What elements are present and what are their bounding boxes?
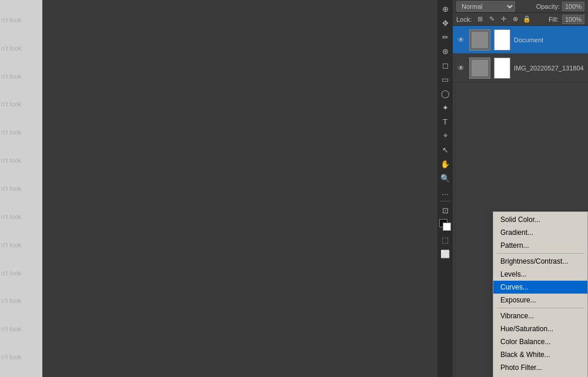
watermark-9: n't look (1, 241, 41, 248)
brush-icon[interactable]: ✏ (439, 31, 452, 43)
watermark-2: n't look (1, 45, 41, 52)
layer-thumb-document (469, 29, 490, 51)
layer-thumb-img (469, 58, 490, 79)
lock-image-icon[interactable]: ✎ (487, 15, 496, 24)
hue-saturation-item[interactable]: Hue/Saturation... (493, 322, 587, 335)
lock-all-icon[interactable]: 🔒 (522, 15, 532, 24)
more-icon[interactable]: … (439, 186, 452, 198)
blend-mode-select[interactable]: Normal (456, 1, 515, 12)
opacity-input[interactable] (562, 2, 584, 11)
watermark-3: n't look (1, 73, 41, 80)
layer-mask-document (494, 29, 510, 51)
photo-filter-item[interactable]: Photo Filter... (493, 361, 587, 374)
watermark-13: n't look (1, 354, 41, 361)
layer-eye-document[interactable]: 👁 (456, 35, 466, 45)
watermark-8: n't look (1, 213, 41, 220)
layer-name-document: Document (514, 36, 543, 43)
hand-icon[interactable]: ✋ (439, 157, 452, 170)
clone-stamp-icon[interactable]: ⊛ (439, 45, 452, 58)
pattern-item[interactable]: Pattern... (493, 239, 587, 252)
stamp-icon[interactable]: ✦ (439, 101, 452, 114)
vibrance-item[interactable]: Vibrance... (493, 309, 587, 322)
move-icon[interactable]: ✥ (439, 16, 452, 29)
color-balance-item[interactable]: Color Balance... (493, 335, 587, 348)
layer-mask-img (494, 58, 510, 79)
canvas-area (42, 0, 437, 377)
lasso-icon[interactable]: ◯ (439, 87, 452, 100)
background-color[interactable] (443, 223, 451, 231)
layer-item-document[interactable]: 👁 Document (453, 26, 588, 54)
target-icon[interactable]: ⊕ (439, 2, 452, 15)
lock-icons: ⊞ ✎ ✛ ⊕ 🔒 (475, 15, 532, 24)
path-icon[interactable]: ⌖ (439, 129, 452, 142)
gradient-item[interactable]: Gradient... (493, 226, 587, 239)
frame-icon[interactable]: ⬚ (439, 233, 452, 246)
watermark-6: n't look (1, 157, 41, 164)
layer-thumb-inner-document (472, 32, 488, 48)
artboard-icon[interactable]: ⬜ (439, 247, 452, 260)
rectangle-select-icon[interactable]: ▭ (439, 73, 452, 86)
lock-label: Lock: (456, 16, 472, 23)
watermark-7: n't look (1, 185, 41, 192)
eraser-icon[interactable]: ◻ (439, 59, 452, 72)
layer-item-img[interactable]: 👁 IMG_20220527_131804 (453, 54, 588, 82)
watermark-5: n't look (1, 129, 41, 136)
brightness-contrast-item[interactable]: Brightness/Contrast... (493, 255, 587, 268)
exposure-item[interactable]: Exposure... (493, 294, 587, 307)
levels-item[interactable]: Levels... (493, 268, 587, 281)
menu-separator-1 (497, 253, 584, 254)
lock-pixels-icon[interactable]: ⊞ (475, 15, 485, 24)
toolbar: ⊕ ✥ ✏ ⊛ ◻ ▭ ◯ ✦ T ⌖ ↖ ✋ 🔍 … ⊡ ⬚ ⬜ (437, 0, 453, 377)
layer-name-img: IMG_20220527_131804 (514, 65, 584, 72)
lock-position-icon[interactable]: ✛ (499, 15, 508, 24)
solid-color-item[interactable]: Solid Color... (493, 213, 587, 226)
watermark-10: n't look (1, 270, 41, 277)
channel-mixer-item[interactable]: Channel Mixer... (493, 374, 587, 377)
layer-eye-img[interactable]: 👁 (456, 63, 466, 73)
watermark-11: n't look (1, 297, 41, 304)
black-white-item[interactable]: Black & White... (493, 348, 587, 361)
tool-divider-1 (440, 201, 450, 201)
context-menu: Solid Color... Gradient... Pattern... Br… (493, 211, 588, 377)
menu-separator-2 (497, 308, 584, 308)
watermark-panel: n't look n't look n't look n't look n't … (0, 0, 42, 377)
zoom-icon[interactable]: 🔍 (439, 171, 452, 184)
fill-label: Fill: (549, 16, 559, 23)
fill-input[interactable] (562, 15, 584, 24)
color-swatch[interactable] (439, 219, 451, 231)
opacity-label: Opacity: (536, 3, 560, 10)
lock-artboard-icon[interactable]: ⊕ (510, 15, 520, 24)
lock-fill-row: Lock: ⊞ ✎ ✛ ⊕ 🔒 Fill: (453, 13, 588, 26)
transform-icon[interactable]: ⊡ (439, 204, 452, 217)
blend-opacity-row: Normal Opacity: (453, 0, 588, 13)
curves-item[interactable]: Curves... (493, 281, 587, 294)
watermark-12: n't look (1, 325, 41, 332)
watermark-4: n't look (1, 100, 41, 107)
arrow-icon[interactable]: ↖ (439, 143, 452, 156)
layer-thumb-inner-img (472, 60, 488, 76)
text-icon[interactable]: T (439, 115, 452, 128)
watermark-1: n't look (1, 16, 41, 23)
